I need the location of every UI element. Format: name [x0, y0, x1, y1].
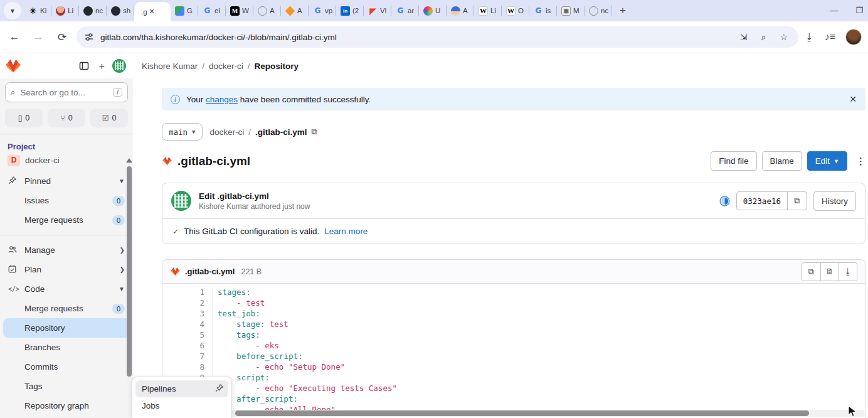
browser-tab[interactable]: G [171, 0, 198, 21]
browser-tab[interactable]: ▣M [557, 0, 585, 21]
sidebar-item-repository-graph[interactable]: Repository graph [3, 396, 130, 415]
omnibox[interactable]: gitlab.com/tha.kishorekumar/docker-ci/-/… [77, 26, 798, 48]
site-settings-icon[interactable] [84, 32, 94, 42]
flyout-item-jobs[interactable]: Jobs [135, 397, 228, 414]
url-text[interactable]: gitlab.com/tha.kishorekumar/docker-ci/-/… [100, 33, 731, 42]
flyout-item-pipelines[interactable]: Pipelines [135, 380, 228, 397]
copy-path-icon[interactable]: ⧉ [312, 127, 317, 137]
edit-button[interactable]: Edit▼ [807, 151, 847, 171]
horizontal-scrollbar-thumb[interactable] [235, 410, 809, 416]
branch-selector[interactable]: main ▼ [162, 123, 203, 141]
browser-tab[interactable]: ◤Vl [364, 0, 391, 21]
forward-button[interactable]: → [29, 28, 48, 46]
browser-tab[interactable]: A [281, 0, 309, 21]
sidebar-item-repository[interactable]: Repository [3, 318, 130, 338]
create-new-button[interactable]: ＋ [93, 57, 110, 75]
line-number[interactable]: 3 [162, 308, 213, 319]
browser-tab-active[interactable]: .g✕ [134, 2, 171, 21]
sidebar-item-plan[interactable]: Plan❯ [3, 260, 130, 279]
browser-tab[interactable]: Gis [529, 0, 557, 21]
install-icon[interactable]: ⇲ [737, 32, 751, 42]
browser-tab[interactable]: Gar [391, 0, 419, 21]
browser-tab[interactable]: Gel [198, 0, 226, 21]
code-text: stages: [213, 287, 251, 297]
sidebar-scrollbar[interactable] [127, 166, 132, 377]
line-number[interactable]: 2 [162, 297, 213, 308]
browser-tab[interactable]: Gvp [309, 0, 336, 21]
learn-more-link[interactable]: Learn more [324, 227, 368, 236]
browser-tab[interactable]: A [253, 0, 281, 21]
branch-name: main [169, 127, 188, 137]
pin-icon[interactable] [215, 384, 223, 394]
find-file-button[interactable]: Find file [711, 151, 756, 171]
browser-tab[interactable]: ✳Ki [24, 0, 51, 21]
download-file-icon[interactable]: ⭳ [839, 263, 857, 281]
sidebar-item-code[interactable]: </>Code▼ [3, 279, 130, 299]
browser-tab[interactable]: U [419, 0, 447, 21]
shortcut-pill-merge-requests[interactable]: ⑂0 [48, 109, 85, 127]
sidebar-item-branches[interactable]: Branches [3, 338, 130, 357]
shortcut-pill-todos[interactable]: ☑0 [90, 109, 128, 127]
browser-tab[interactable]: WO [502, 0, 529, 21]
search-input[interactable]: ⌕ Search or go to... / [5, 82, 128, 102]
browser-tab[interactable]: nc [79, 0, 107, 21]
commit-sha[interactable]: 0323ae16 [737, 192, 788, 210]
project-avatar[interactable] [110, 57, 128, 75]
bookmark-star-icon[interactable]: ☆ [777, 32, 791, 42]
browser-tab[interactable]: sh [107, 0, 134, 21]
line-number[interactable]: 4 [162, 319, 213, 330]
commit-author-avatar[interactable] [171, 191, 191, 211]
line-number[interactable]: 6 [162, 340, 213, 351]
reload-button[interactable]: ⟳ [53, 28, 71, 46]
browser-tab[interactable]: nc [585, 0, 612, 21]
zoom-icon[interactable]: ⌕ [757, 32, 771, 43]
browser-tab[interactable]: Li [51, 0, 79, 21]
banner-text: Your changes have been committed success… [186, 95, 371, 104]
sidebar-item-merge-requests[interactable]: Merge requests0 [3, 210, 130, 230]
sidebar-item-manage[interactable]: Manage❯ [3, 240, 130, 260]
media-playlist-icon[interactable]: ♪≡ [825, 31, 835, 43]
tab-search-button[interactable]: ▼ [4, 2, 21, 19]
line-number[interactable]: 8 [162, 362, 213, 372]
line-number[interactable]: 7 [162, 351, 213, 362]
copy-contents-icon[interactable]: ⧉ [802, 263, 820, 281]
changes-link[interactable]: changes [206, 95, 238, 104]
browser-profile-avatar[interactable] [845, 29, 862, 45]
copy-sha-icon[interactable]: ⧉ [788, 192, 807, 210]
browser-tab[interactable]: WLi [474, 0, 502, 21]
path-repo-link[interactable]: docker-ci [210, 127, 245, 137]
commit-title[interactable]: Edit .gitlab-ci.yml [199, 191, 310, 201]
browser-tab[interactable]: in(2 [336, 0, 364, 21]
sidebar-item-tags[interactable]: Tags [3, 377, 130, 396]
breadcrumb-project[interactable]: docker-ci [209, 62, 243, 71]
line-number[interactable]: 1 [162, 287, 213, 297]
sidebar-item-merge-requests[interactable]: Merge requests0 [3, 299, 130, 318]
back-button[interactable]: ← [5, 28, 24, 46]
banner-close-icon[interactable]: ✕ [849, 94, 857, 104]
new-tab-button[interactable]: + [615, 3, 631, 19]
blame-button[interactable]: Blame [762, 151, 802, 171]
sidebar-item-commits[interactable]: Commits [3, 357, 130, 377]
pipeline-status-icon[interactable] [719, 196, 730, 206]
tab-title: A [463, 7, 468, 14]
open-raw-icon[interactable]: 🗎 [820, 263, 839, 281]
browser-tab[interactable]: A [447, 0, 474, 21]
sidebar-item-project[interactable]: D docker-ci [0, 153, 133, 171]
minimize-button[interactable]: — [830, 6, 838, 15]
browser-tab[interactable]: MW [226, 0, 253, 21]
shortcut-pill-issues[interactable]: ▯0 [5, 109, 43, 127]
kebab-menu-icon[interactable]: ⋮ [856, 156, 865, 167]
chevron-right-icon: ❯ [120, 247, 125, 254]
restore-button[interactable]: ❐ [855, 6, 863, 15]
line-number[interactable]: 5 [162, 330, 213, 340]
flyout-item-label: Jobs [142, 401, 160, 410]
sidebar-toggle-button[interactable] [75, 57, 93, 75]
breadcrumb-group[interactable]: Kishore Kumar [142, 62, 198, 71]
downloads-icon[interactable]: ⭳ [805, 31, 815, 43]
gitlab-logo-icon[interactable] [5, 58, 21, 73]
tab-close-icon[interactable]: ✕ [149, 8, 155, 15]
sidebar-item-pinned[interactable]: Pinned▼ [3, 171, 130, 191]
sidebar-item-issues[interactable]: Issues0 [3, 191, 130, 210]
history-button[interactable]: History [813, 191, 856, 211]
horizontal-scrollbar-track[interactable] [133, 410, 865, 417]
